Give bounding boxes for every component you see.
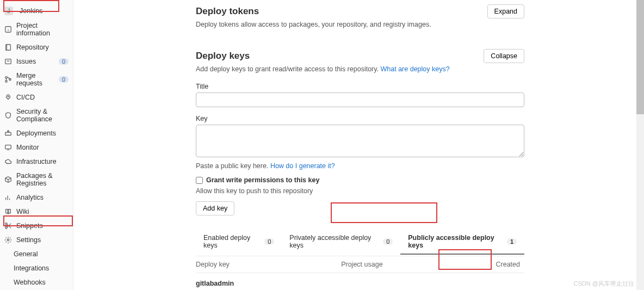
svg-point-10 <box>8 96 9 97</box>
push-desc: Allow this key to push to this repositor… <box>196 187 524 195</box>
gear-icon <box>4 236 12 244</box>
tab-label: Publicly accessible deploy keys <box>408 234 504 249</box>
monitor-icon <box>4 144 12 151</box>
rocket-icon <box>4 94 12 101</box>
book-icon <box>4 208 12 215</box>
deploy-tokens-desc: Deploy tokens allow access to packages, … <box>196 21 524 28</box>
package-icon <box>4 176 12 183</box>
project-name: Jenkins <box>20 7 42 15</box>
title-label: Title <box>196 83 524 90</box>
tab-private-keys[interactable]: Privately accessible deploy keys 0 <box>282 229 400 256</box>
scrollbar-thumb[interactable] <box>636 0 644 114</box>
sidebar-item-merge[interactable]: Merge requests 0 <box>0 69 73 90</box>
key-name: gitlabadmin <box>196 280 343 287</box>
sidebar-item-security[interactable]: Security & Compliance <box>0 104 73 126</box>
add-key-button[interactable]: Add key <box>196 201 234 215</box>
sidebar-item-label: General <box>14 250 38 258</box>
sidebar-item-deployments[interactable]: Deployments <box>0 126 73 140</box>
sidebar-item-settings[interactable]: Settings <box>0 233 73 247</box>
key-helper: Paste a public key here. How do I genera… <box>196 162 524 170</box>
sidebar-item-packages[interactable]: Packages & Registries <box>0 169 73 190</box>
svg-point-21 <box>7 239 9 241</box>
tab-label: Enabled deploy keys <box>203 234 261 249</box>
project-header[interactable]: J Jenkins <box>0 3 73 18</box>
sidebar-item-label: Issues <box>16 58 36 65</box>
col-header-created: Created <box>408 261 524 268</box>
main-content: Deploy tokens Expand Deploy tokens allow… <box>73 0 644 290</box>
scissors-icon <box>4 222 12 230</box>
sidebar-item-label: Repository <box>16 44 49 51</box>
sidebar-item-label: CI/CD <box>16 94 35 101</box>
tab-label: Privately accessible deploy keys <box>289 234 380 249</box>
chart-icon <box>4 194 12 201</box>
deploy-keys-desc: Add deploy keys to grant read/write acce… <box>196 65 524 73</box>
sidebar-item-analytics[interactable]: Analytics <box>0 190 73 205</box>
sidebar: J Jenkins Project information Repository… <box>0 0 73 290</box>
sidebar-sub-webhooks[interactable]: Webhooks <box>0 275 73 289</box>
svg-point-18 <box>5 227 8 229</box>
svg-rect-12 <box>5 145 11 149</box>
merge-badge: 0 <box>59 76 69 83</box>
sidebar-item-snippets[interactable]: Snippets <box>0 219 73 233</box>
sidebar-item-label: Project information <box>16 22 69 37</box>
cloud-icon <box>4 158 12 165</box>
sidebar-item-label: Security & Compliance <box>16 108 69 123</box>
sidebar-item-infra[interactable]: Infrastructure <box>0 155 73 169</box>
issues-icon <box>4 58 12 65</box>
svg-rect-5 <box>5 59 11 64</box>
title-input[interactable] <box>196 92 524 107</box>
generate-link[interactable]: How do I generate it? <box>270 162 335 170</box>
sidebar-item-repository[interactable]: Repository <box>0 40 73 54</box>
svg-rect-11 <box>5 132 11 135</box>
sidebar-item-cicd[interactable]: CI/CD <box>0 90 73 104</box>
tab-badge: 0 <box>264 238 274 245</box>
sidebar-item-label: Wiki <box>16 208 29 215</box>
sidebar-item-label: Deployments <box>16 129 56 137</box>
scrollbar[interactable] <box>636 0 644 290</box>
deploy-tokens-title: Deploy tokens <box>196 6 259 17</box>
sidebar-sub-integrations[interactable]: Integrations <box>0 261 73 275</box>
info-icon <box>4 26 12 33</box>
collapse-button[interactable]: Collapse <box>484 49 524 63</box>
tabs: Enabled deploy keys 0 Privately accessib… <box>196 229 524 256</box>
sidebar-item-monitor[interactable]: Monitor <box>0 140 73 155</box>
deploy-icon <box>4 129 12 137</box>
sidebar-item-project-info[interactable]: Project information <box>0 18 73 40</box>
sidebar-item-label: Webhooks <box>14 279 46 286</box>
expand-button[interactable]: Expand <box>487 4 524 18</box>
sidebar-item-label: Integrations <box>14 264 49 272</box>
sidebar-sub-general[interactable]: General <box>0 247 73 261</box>
sidebar-item-label: Analytics <box>16 194 44 201</box>
table-row: gitlabadmin MD5:f3:db:94:02:3b:a3:95:e3:… <box>196 273 524 290</box>
what-are-keys-link[interactable]: What are deploy keys? <box>381 65 450 73</box>
shield-icon <box>4 112 12 119</box>
sidebar-item-label: Packages & Registries <box>16 172 69 187</box>
merge-icon <box>4 76 12 83</box>
repo-icon <box>4 44 12 51</box>
grant-write-label: Grant write permissions to this key <box>206 176 319 184</box>
tab-enabled-keys[interactable]: Enabled deploy keys 0 <box>196 229 282 256</box>
sidebar-item-label: Merge requests <box>16 72 54 87</box>
col-header-usage: Project usage <box>341 261 408 268</box>
project-avatar: J <box>4 7 13 15</box>
grant-write-checkbox[interactable] <box>196 177 203 184</box>
sidebar-item-label: Monitor <box>16 144 39 151</box>
tab-public-keys[interactable]: Publicly accessible deploy keys 1 <box>400 229 524 256</box>
tab-badge: 0 <box>383 238 393 245</box>
tab-badge: 1 <box>507 238 517 245</box>
sidebar-item-label: Infrastructure <box>16 158 57 165</box>
deploy-keys-title: Deploy keys <box>196 51 250 61</box>
sidebar-item-issues[interactable]: Issues 0 <box>0 54 73 69</box>
sidebar-item-label: Snippets <box>16 222 43 230</box>
svg-point-17 <box>5 223 8 225</box>
watermark: CSDN @风车带走过往 <box>574 280 634 288</box>
table-header: Deploy key Project usage Created <box>196 256 524 273</box>
col-header-key: Deploy key <box>196 261 341 268</box>
sidebar-item-label: Settings <box>16 236 41 244</box>
issues-badge: 0 <box>59 58 69 65</box>
svg-point-7 <box>5 77 8 79</box>
key-label: Key <box>196 115 524 122</box>
svg-point-8 <box>5 81 8 83</box>
sidebar-item-wiki[interactable]: Wiki <box>0 205 73 219</box>
key-textarea[interactable] <box>196 125 524 157</box>
